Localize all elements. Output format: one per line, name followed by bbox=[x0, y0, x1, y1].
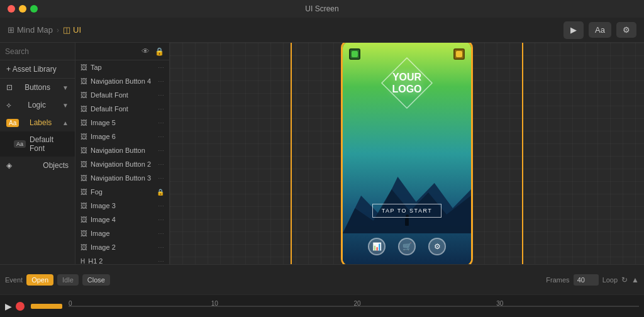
event-label: Event bbox=[5, 276, 23, 284]
toolbar: ⊞ Mind Map › ◫ UI ▶ Aa ⚙ bbox=[0, 18, 644, 43]
layer-options-icon[interactable]: ⋯ bbox=[158, 106, 164, 113]
mindmap-icon: ⊞ bbox=[8, 25, 14, 35]
layer-item-image3[interactable]: 🖼 Image 3 ⋯ bbox=[75, 199, 169, 213]
eye-icon[interactable]: 👁 bbox=[142, 47, 150, 56]
layer-item-navbtn3[interactable]: 🖼 Navigation Button 3 ⋯ bbox=[75, 171, 169, 185]
layer-item-image6[interactable]: 🖼 Image 6 ⋯ bbox=[75, 130, 169, 143]
breadcrumb-separator: › bbox=[57, 26, 59, 35]
layer-options-icon[interactable]: ⋯ bbox=[158, 92, 164, 99]
layer-name: Image 5 bbox=[91, 119, 155, 126]
layer-options-icon[interactable]: ⋯ bbox=[158, 244, 164, 251]
bottom-icon-chart[interactable]: 📊 bbox=[368, 238, 386, 255]
tap-to-start-button[interactable]: TAP TO START bbox=[372, 204, 442, 218]
layer-options-icon[interactable]: ⋯ bbox=[158, 133, 164, 140]
sidebar-item-logic[interactable]: ⟡ Logic ▼ bbox=[0, 96, 75, 114]
layer-options-icon[interactable]: ⋯ bbox=[158, 203, 164, 209]
idle-button[interactable]: Idle bbox=[57, 274, 79, 286]
layer-item-fog[interactable]: 🖼 Fog 🔒 bbox=[75, 185, 169, 199]
timeline-marker-10: 10 bbox=[211, 300, 218, 307]
asset-library-button[interactable]: + Asset Library bbox=[0, 60, 75, 79]
timeline-marker-30: 30 bbox=[496, 300, 503, 307]
layer-options-icon[interactable]: ⋯ bbox=[158, 78, 164, 85]
layer-options-icon[interactable]: ⋯ bbox=[158, 216, 164, 223]
layer-options-icon[interactable]: ⋯ bbox=[158, 161, 164, 168]
asset-library-label: + Asset Library bbox=[6, 65, 57, 74]
layer-item-defaultfont2[interactable]: 🖼 Default Font ⋯ bbox=[75, 102, 169, 116]
close-button[interactable] bbox=[8, 5, 15, 13]
play-timeline-button[interactable]: ▶ bbox=[5, 301, 12, 311]
chevron-up-icon: ▲ bbox=[62, 120, 69, 126]
layer-name: Default Font bbox=[91, 91, 155, 99]
layer-image-icon: 🖼 bbox=[80, 105, 87, 113]
loop-icon[interactable]: ↻ bbox=[621, 275, 628, 284]
logo-line1: YOUR bbox=[392, 71, 421, 83]
loop-label: Loop bbox=[602, 276, 618, 284]
logic-label: Logic bbox=[28, 101, 46, 109]
minimize-button[interactable] bbox=[19, 5, 26, 13]
layer-options-icon[interactable]: ⋯ bbox=[158, 64, 164, 71]
layer-panel: 👁 🔒 🖼 Tap ⋯ 🖼 Navigation Button 4 ⋯ 🖼 De… bbox=[75, 43, 170, 264]
maximize-button[interactable] bbox=[30, 5, 38, 13]
close-button[interactable]: Close bbox=[82, 274, 110, 286]
phone-logo-area: YOUR LOGO bbox=[379, 55, 435, 111]
layer-item-tap[interactable]: 🖼 Tap ⋯ bbox=[75, 60, 169, 74]
layer-item-navbtn2[interactable]: 🖼 Navigation Button 2 ⋯ bbox=[75, 157, 169, 171]
breadcrumb-mindmap[interactable]: ⊞ Mind Map bbox=[8, 25, 53, 35]
frames-label: Frames bbox=[546, 276, 569, 284]
phone-screen: YOUR LOGO TAP TO START bbox=[343, 43, 471, 264]
sidebar-item-labels[interactable]: Aa Labels ▲ bbox=[0, 114, 75, 131]
layer-name: Default Font bbox=[91, 105, 155, 113]
collapse-icon[interactable]: ▲ bbox=[631, 275, 639, 284]
lock-icon: 🔒 bbox=[157, 189, 164, 196]
record-button[interactable] bbox=[16, 302, 25, 311]
logo-line2: LOGO bbox=[392, 83, 421, 95]
bottom-icon-settings[interactable]: ⚙ bbox=[428, 238, 446, 255]
layer-options-icon[interactable]: ⋯ bbox=[158, 230, 164, 237]
sidebar-item-default-font[interactable]: Aa Default Font bbox=[0, 131, 75, 157]
phone-frame[interactable]: YOUR LOGO TAP TO START bbox=[341, 43, 473, 264]
layer-item-defaultfont1[interactable]: 🖼 Default Font ⋯ bbox=[75, 88, 169, 102]
layer-name: Image bbox=[91, 230, 155, 237]
layer-item-h12[interactable]: H H1 2 ⋯ bbox=[75, 254, 169, 264]
search-input[interactable] bbox=[5, 47, 75, 56]
layer-item-image2[interactable]: 🖼 Image 2 ⋯ bbox=[75, 240, 169, 254]
buttons-icon: ⊡ bbox=[6, 83, 13, 92]
layer-options-icon[interactable]: ⋯ bbox=[158, 175, 164, 182]
bottom-icon-store[interactable]: 🛒 bbox=[398, 238, 416, 255]
gem-top-left bbox=[349, 48, 360, 60]
font-icon: Aa bbox=[14, 140, 26, 148]
timeline-marker-20: 20 bbox=[354, 300, 361, 307]
chevron-down-icon: ▼ bbox=[62, 84, 69, 91]
layer-item-navbtn4[interactable]: 🖼 Navigation Button 4 ⋯ bbox=[75, 74, 169, 88]
layer-panel-header: 👁 🔒 bbox=[75, 43, 169, 60]
breadcrumb-mindmap-label: Mind Map bbox=[17, 25, 53, 35]
layer-item-navbtn[interactable]: 🖼 Navigation Button ⋯ bbox=[75, 143, 169, 157]
play-button[interactable]: ▶ bbox=[564, 21, 584, 39]
timeline-fill-block bbox=[31, 304, 62, 309]
layer-image-icon: 🖼 bbox=[80, 174, 87, 182]
layer-options-icon[interactable]: ⋯ bbox=[158, 120, 164, 126]
lock-icon[interactable]: 🔒 bbox=[155, 47, 164, 56]
objects-icon: ◈ bbox=[6, 161, 12, 170]
main-layout: 🔍 + Asset Library ⊡ Buttons ▼ ⟡ Logic ▼ … bbox=[0, 43, 644, 264]
layer-options-icon[interactable]: ⋯ bbox=[158, 147, 164, 154]
sidebar-item-objects[interactable]: ◈ Objects bbox=[0, 157, 75, 174]
layer-image-icon: 🖼 bbox=[80, 202, 87, 209]
layer-item-image5[interactable]: 🖼 Image 5 ⋯ bbox=[75, 116, 169, 130]
open-button[interactable]: Open bbox=[26, 274, 53, 286]
layer-name: Navigation Button bbox=[91, 147, 155, 154]
layer-item-image[interactable]: 🖼 Image ⋯ bbox=[75, 226, 169, 240]
chevron-down-icon: ▼ bbox=[62, 102, 69, 109]
default-font-label: Default Font bbox=[30, 135, 69, 153]
gem-top-right bbox=[453, 48, 465, 60]
layer-item-image4[interactable]: 🖼 Image 4 ⋯ bbox=[75, 213, 169, 226]
breadcrumb-ui[interactable]: ◫ UI bbox=[63, 25, 81, 35]
layer-name: Tap bbox=[91, 64, 155, 71]
aa-button[interactable]: Aa bbox=[589, 22, 611, 38]
layer-image-icon: 🖼 bbox=[80, 147, 87, 154]
sidebar-item-buttons[interactable]: ⊡ Buttons ▼ bbox=[0, 79, 75, 96]
frames-input[interactable] bbox=[574, 274, 599, 286]
settings-button[interactable]: ⚙ bbox=[616, 22, 636, 38]
layer-image-icon: 🖼 bbox=[80, 230, 87, 237]
layer-options-icon[interactable]: ⋯ bbox=[158, 258, 164, 265]
